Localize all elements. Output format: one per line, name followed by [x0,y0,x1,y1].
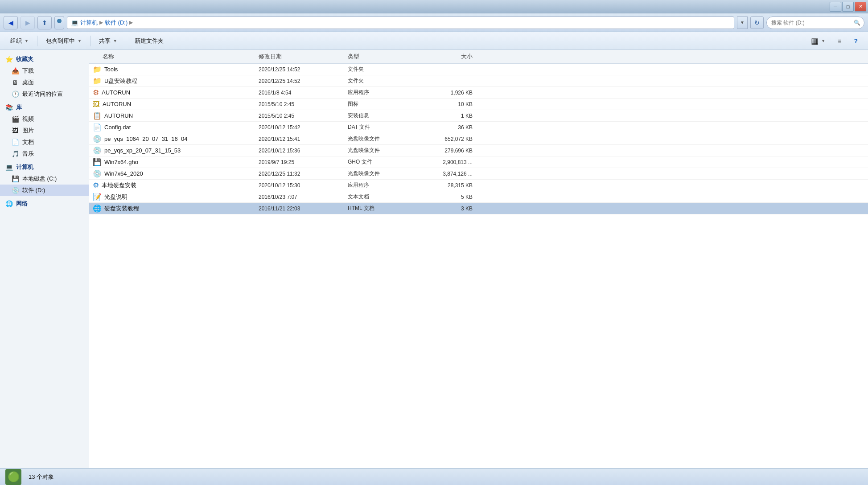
sidebar-item-drive-c[interactable]: 💾 本地磁盘 (C:) [0,173,89,185]
file-name-cell: 📁 Tools [89,65,259,74]
sidebar-section-library: 📚 库 🎬 视频 🖼 图片 📄 文档 🎵 音乐 [0,102,89,160]
computer-icon: 💻 [4,163,13,171]
file-icon: 📁 [93,65,102,74]
col-header-name[interactable]: 名称 [89,53,259,61]
sidebar-header-library[interactable]: 📚 库 [0,102,89,113]
sidebar-header-computer[interactable]: 💻 计算机 [0,161,89,173]
table-row[interactable]: 📄 Config.dat 2020/10/12 15:42 DAT 文件 36 … [89,122,868,133]
file-name-cell: 💿 Win7x64_2020 [89,169,259,178]
file-icon: 🌐 [93,204,102,213]
search-bar[interactable]: 🔍 [766,16,864,29]
breadcrumb-drive[interactable]: 软件 (D:) [105,19,128,27]
share-button[interactable]: 共享 ▼ [93,34,123,48]
include-button[interactable]: 包含到库中 ▼ [40,34,87,48]
file-date-cell: 2015/5/10 2:45 [259,101,348,107]
table-row[interactable]: ⚙ AUTORUN 2016/1/8 4:54 应用程序 1,926 KB [89,87,868,99]
drive-d-icon: 💿 [11,186,20,194]
file-type-cell: DAT 文件 [348,123,415,131]
file-date-cell: 2019/9/7 19:25 [259,159,348,165]
toolbar-sep-3 [126,36,126,46]
table-row[interactable]: 🖼 AUTORUN 2015/5/10 2:45 图标 10 KB [89,99,868,110]
views-button[interactable]: ▦ ▼ [805,34,831,48]
col-header-date[interactable]: 修改日期 [259,53,348,61]
file-name-cell: 📋 AUTORUN [89,111,259,120]
file-icon: 📄 [93,123,102,132]
file-name-cell: 🌐 硬盘安装教程 [89,204,259,213]
file-type-cell: 文件夹 [348,77,415,85]
table-row[interactable]: 📝 光盘说明 2016/10/23 7:07 文本文档 5 KB [89,191,868,203]
refresh-button[interactable]: ↻ [750,16,764,29]
forward-button[interactable]: ▶ [21,16,35,29]
sidebar-item-drive-d[interactable]: 💿 软件 (D:) [0,185,89,196]
search-input[interactable] [771,20,852,26]
table-row[interactable]: 📁 U盘安装教程 2020/12/25 14:52 文件夹 [89,75,868,87]
breadcrumb-computer[interactable]: 💻 计算机 [71,19,98,27]
sidebar-header-network[interactable]: 🌐 网络 [0,198,89,210]
main-layout: ⭐ 收藏夹 📥 下载 🖥 桌面 🕐 最近访问的位置 📚 库 [0,50,868,468]
table-row[interactable]: 🌐 硬盘安装教程 2016/11/21 22:03 HTML 文档 3 KB [89,203,868,214]
file-icon: 📁 [93,77,102,85]
toolbar-sep-2 [90,36,91,46]
history-button[interactable] [54,16,64,29]
file-name-cell: ⚙ AUTORUN [89,88,259,97]
picture-icon: 🖼 [11,127,20,135]
file-icon: 📋 [93,111,102,120]
file-name-cell: ⚙ 本地硬盘安装 [89,181,259,189]
table-row[interactable]: 📁 Tools 2020/12/25 14:52 文件夹 [89,64,868,75]
sidebar: ⭐ 收藏夹 📥 下载 🖥 桌面 🕐 最近访问的位置 📚 库 [0,50,89,468]
table-row[interactable]: 💿 pe_yqs_1064_20_07_31_16_04 2020/10/12 … [89,133,868,145]
file-size-cell: 2,900,813 ... [415,159,481,165]
file-date-cell: 2020/12/25 14:52 [259,78,348,84]
file-date-cell: 2020/10/12 15:30 [259,182,348,189]
file-date-cell: 2020/12/25 11:32 [259,171,348,177]
file-name-cell: 📁 U盘安装教程 [89,77,259,85]
file-name-cell: 📄 Config.dat [89,123,259,132]
file-size-cell: 3,874,126 ... [415,171,481,177]
sidebar-item-picture[interactable]: 🖼 图片 [0,125,89,136]
file-icon: 💾 [93,158,102,166]
search-icon: 🔍 [854,20,860,26]
file-icon: 🖼 [93,100,100,108]
col-header-size[interactable]: 大小 [415,53,481,61]
file-icon: 💿 [93,146,102,155]
file-name-cell: 💿 pe_yqs_xp_20_07_31_15_53 [89,146,259,155]
file-type-cell: 应用程序 [348,181,415,189]
help-button[interactable]: ? [848,34,864,48]
col-header-type[interactable]: 类型 [348,53,415,61]
new-folder-button[interactable]: 新建文件夹 [129,34,169,48]
file-type-cell: 光盘映像文件 [348,170,415,177]
table-row[interactable]: 💿 pe_yqs_xp_20_07_31_15_53 2020/10/12 15… [89,145,868,156]
up-button[interactable]: ⬆ [37,16,52,29]
table-row[interactable]: 📋 AUTORUN 2015/5/10 2:45 安装信息 1 KB [89,110,868,122]
table-row[interactable]: 💾 Win7x64.gho 2019/9/7 19:25 GHO 文件 2,90… [89,156,868,168]
sidebar-item-music[interactable]: 🎵 音乐 [0,148,89,160]
back-button[interactable]: ◀ [4,16,18,29]
sidebar-item-document[interactable]: 📄 文档 [0,136,89,148]
breadcrumb-bar[interactable]: 💻 计算机 ▶ 软件 (D:) ▶ [67,16,734,29]
file-size-cell: 10 KB [415,101,481,107]
file-type-cell: HTML 文档 [348,205,415,212]
organize-button[interactable]: 组织 ▼ [4,34,34,48]
sidebar-section-computer: 💻 计算机 💾 本地磁盘 (C:) 💿 软件 (D:) [0,161,89,196]
close-button[interactable]: ✕ [855,2,866,12]
table-row[interactable]: 💿 Win7x64_2020 2020/12/25 11:32 光盘映像文件 3… [89,168,868,180]
minimize-button[interactable]: ─ [830,2,841,12]
table-row[interactable]: ⚙ 本地硬盘安装 2020/10/12 15:30 应用程序 28,315 KB [89,180,868,191]
maximize-button[interactable]: □ [842,2,854,12]
sidebar-item-downloads[interactable]: 📥 下载 [0,65,89,77]
file-icon: 💿 [93,169,102,178]
toolbar: 组织 ▼ 包含到库中 ▼ 共享 ▼ 新建文件夹 ▦ ▼ ≡ ? [0,32,868,50]
network-icon: 🌐 [4,200,13,208]
library-icon: 📚 [4,103,13,111]
sidebar-item-recent[interactable]: 🕐 最近访问的位置 [0,88,89,100]
sidebar-item-video[interactable]: 🎬 视频 [0,113,89,125]
sidebar-item-desktop[interactable]: 🖥 桌面 [0,77,89,88]
file-name-cell: 🖼 AUTORUN [89,100,259,108]
desktop-icon: 🖥 [11,78,20,86]
address-dropdown[interactable]: ▼ [737,16,748,29]
addressbar: ◀ ▶ ⬆ 💻 计算机 ▶ 软件 (D:) ▶ ▼ ↻ 🔍 [0,13,868,32]
sidebar-header-favorites[interactable]: ⭐ 收藏夹 [0,53,89,65]
file-size-cell: 36 KB [415,124,481,131]
file-date-cell: 2015/5/10 2:45 [259,113,348,119]
details-button[interactable]: ≡ [832,34,847,48]
